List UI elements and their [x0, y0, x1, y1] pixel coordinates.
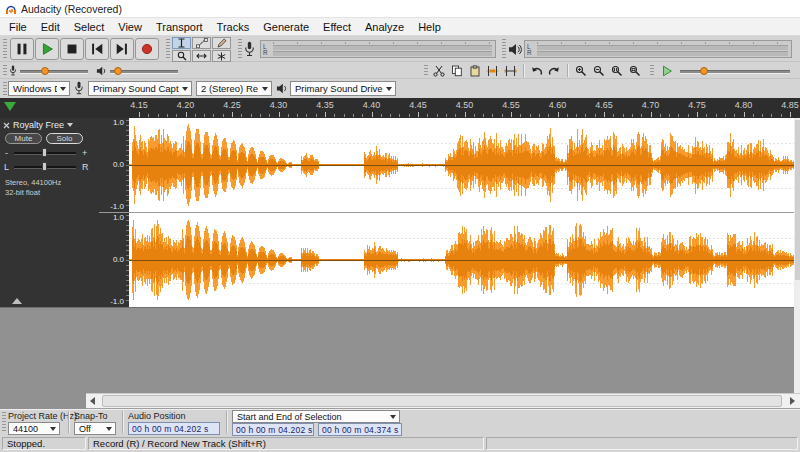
zoom-fit-button[interactable] — [626, 63, 643, 78]
ruler-tick — [297, 114, 298, 117]
draw-tool-button[interactable] — [212, 37, 231, 49]
track-control-panel[interactable]: Royalty Free Mute Solo - + L R Stereo, 4… — [0, 118, 99, 307]
menu-item-edit[interactable]: Edit — [34, 18, 67, 36]
ruler-tick — [316, 114, 317, 117]
timeline-time-label: 4.70 — [637, 100, 665, 110]
trim-button[interactable] — [484, 63, 501, 78]
timeline-time-label: 4.55 — [497, 100, 525, 110]
toolbar-grip[interactable] — [166, 39, 170, 59]
gain-slider-thumb[interactable] — [42, 148, 47, 157]
zoom-in-button[interactable] — [572, 63, 589, 78]
timeline-ruler[interactable]: 4.154.204.254.304.354.404.454.504.554.60… — [0, 98, 800, 118]
silence-button[interactable] — [502, 63, 519, 78]
ruler-tick — [678, 114, 679, 117]
zoom-tool-button[interactable] — [172, 50, 191, 62]
audio-position-field[interactable]: 00 h 00 m 04.202 s — [128, 422, 220, 435]
multi-tool-button[interactable] — [212, 50, 231, 62]
scroll-left-button[interactable] — [86, 394, 99, 408]
pan-slider[interactable] — [14, 162, 76, 171]
ruler-tick — [604, 112, 605, 117]
gain-slider[interactable] — [14, 148, 76, 157]
ruler-tick — [753, 114, 754, 117]
toolbar-grip[interactable] — [3, 39, 7, 59]
record-button[interactable] — [135, 38, 159, 60]
play-speed-thumb[interactable] — [700, 67, 708, 75]
status-extra — [486, 437, 798, 450]
skip-to-end-button[interactable] — [110, 38, 134, 60]
menu-item-analyze[interactable]: Analyze — [358, 18, 411, 36]
playback-volume-thumb[interactable] — [114, 67, 122, 75]
cut-button[interactable] — [430, 63, 447, 78]
timeline-time-label: 4.50 — [451, 100, 479, 110]
playback-meter[interactable]: L R — [524, 40, 792, 58]
menu-item-transport[interactable]: Transport — [149, 18, 210, 36]
ruler-tick — [167, 114, 168, 117]
pan-slider-thumb[interactable] — [42, 162, 47, 171]
zoom-selection-button[interactable] — [608, 63, 625, 78]
zoom-out-button[interactable] — [590, 63, 607, 78]
toolbar-grip[interactable] — [650, 65, 654, 76]
track-close-button[interactable] — [3, 122, 10, 129]
menu-item-effect[interactable]: Effect — [316, 18, 358, 36]
toolbar-grip[interactable] — [2, 412, 6, 433]
toolbar-grip[interactable] — [3, 65, 7, 76]
mute-button[interactable]: Mute — [5, 133, 42, 144]
status-state: Stopped. — [2, 437, 86, 450]
selection-tool-button[interactable] — [172, 37, 191, 49]
copy-button[interactable] — [448, 63, 465, 78]
vertical-ruler[interactable]: 1.0 0.0 -1.0 — [99, 118, 129, 212]
recording-volume-thumb[interactable] — [41, 67, 49, 75]
scroll-right-button[interactable] — [786, 394, 799, 408]
recording-volume-slider[interactable] — [20, 70, 88, 74]
envelope-tool-button[interactable] — [192, 37, 211, 49]
audio-host-select[interactable]: Windows D — [8, 81, 70, 96]
track-collapse-button[interactable] — [12, 298, 22, 304]
time-shift-tool-button[interactable] — [192, 50, 211, 62]
toolbar-row-2 — [0, 62, 800, 79]
pause-button[interactable] — [10, 38, 34, 60]
skip-to-start-button[interactable] — [85, 38, 109, 60]
menu-item-view[interactable]: View — [111, 18, 149, 36]
vertical-scrollbar-thumb[interactable] — [795, 120, 800, 280]
track-title[interactable]: Royalty Free — [13, 120, 64, 130]
recording-meter[interactable]: L R — [260, 40, 496, 58]
waveform-left[interactable] — [129, 118, 794, 212]
recording-channels-select[interactable]: 2 (Stereo) Re — [196, 81, 272, 96]
undo-button[interactable] — [528, 63, 545, 78]
playback-device-select[interactable]: Primary Sound Drive — [290, 81, 396, 96]
toolbar-grip[interactable] — [3, 82, 7, 95]
play-button[interactable] — [35, 38, 59, 60]
window-title: Audacity (Recovered) — [21, 3, 122, 15]
menu-item-tracks[interactable]: Tracks — [210, 18, 257, 36]
menu-item-help[interactable]: Help — [411, 18, 448, 36]
selection-mode-select[interactable]: Start and End of Selection — [232, 410, 400, 423]
waveform-right[interactable] — [129, 213, 794, 307]
menu-item-select[interactable]: Select — [67, 18, 112, 36]
project-rate-select[interactable]: 44100 — [8, 422, 60, 435]
menu-item-file[interactable]: File — [2, 18, 34, 36]
vertical-ruler[interactable]: 1.0 0.0 -1.0 — [99, 213, 129, 307]
play-speed-slider[interactable] — [680, 70, 790, 74]
stop-button[interactable] — [60, 38, 84, 60]
recording-device-select[interactable]: Primary Sound Capt — [88, 81, 192, 96]
track-menu-arrow-icon[interactable] — [67, 123, 73, 127]
snap-to-select[interactable]: Off — [74, 422, 116, 435]
selection-start-field[interactable]: 00 h 00 m 04.202 s — [232, 423, 314, 436]
ruler-tick — [781, 114, 782, 117]
paste-button[interactable] — [466, 63, 483, 78]
ruler-tick — [641, 114, 642, 117]
redo-button[interactable] — [546, 63, 563, 78]
toolbar-grip[interactable] — [502, 39, 506, 59]
solo-button[interactable]: Solo — [46, 133, 83, 144]
menu-item-generate[interactable]: Generate — [256, 18, 316, 36]
horizontal-scrollbar-thumb[interactable] — [102, 395, 782, 407]
ruler-tick — [269, 114, 270, 117]
toolbar-grip[interactable] — [424, 65, 428, 76]
play-at-speed-button[interactable] — [658, 63, 675, 78]
selection-end-field[interactable]: 00 h 00 m 04.374 s — [318, 423, 402, 436]
timeline-pin-button[interactable] — [4, 102, 16, 111]
horizontal-scrollbar[interactable] — [0, 393, 800, 409]
vertical-scrollbar[interactable] — [794, 118, 800, 393]
ruler-tick — [334, 114, 335, 117]
toolbar-grip[interactable] — [238, 39, 242, 59]
